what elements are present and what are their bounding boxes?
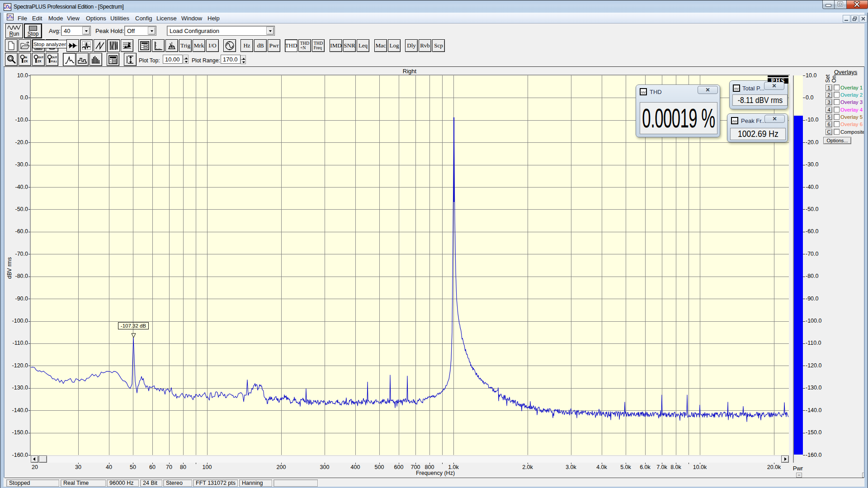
svg-text:OUT: OUT [38, 55, 43, 58]
svg-text:2X: 2X [24, 59, 28, 63]
svg-text:IN: IN [24, 55, 27, 58]
svg-text:2X: 2X [38, 59, 42, 63]
svg-text:OUT: OUT [52, 55, 57, 58]
svg-text:FULL: FULL [51, 59, 57, 62]
